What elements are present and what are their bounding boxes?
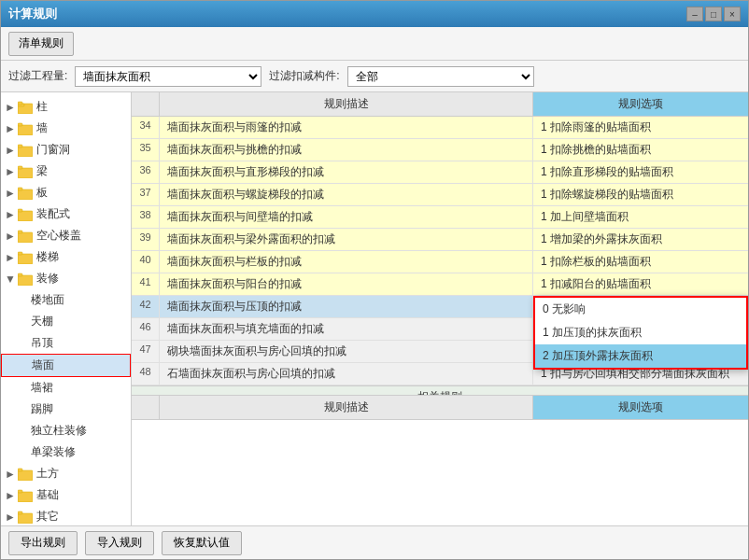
sidebar-label-mcd: 门窗洞	[36, 142, 70, 158]
restore-default-button[interactable]: 恢复默认值	[162, 531, 242, 555]
td-num-42: 42	[132, 296, 160, 317]
table-row[interactable]: 39 墙面抹灰面积与梁外露面积的扣减 1 增加梁的外露抹灰面积	[132, 229, 748, 251]
svg-rect-21	[18, 492, 33, 502]
sidebar-label-dlzx: 单梁装修	[31, 444, 76, 460]
td-option-37: 1 扣除螺旋梯段的贴墙面积	[533, 184, 748, 205]
td-desc-47: 砌块墙面抹灰面积与房心回填的扣减	[160, 341, 533, 362]
maximize-button[interactable]: □	[705, 7, 722, 21]
related-rules-bar: 相关规则	[132, 385, 748, 395]
svg-rect-7	[18, 168, 33, 178]
sidebar-item-zhuangpeishi[interactable]: ► 装配式	[1, 203, 131, 225]
svg-rect-19	[18, 470, 33, 481]
sidebar-item-ban[interactable]: ► 板	[1, 182, 131, 203]
sidebar-item-danliangzx[interactable]: 单梁装修	[1, 441, 131, 463]
sidebar-item-kongxinlougai[interactable]: ► 空心楼盖	[1, 225, 131, 246]
table-row[interactable]: 37 墙面抹灰面积与螺旋梯段的扣减 1 扣除螺旋梯段的贴墙面积	[132, 184, 748, 206]
folder-icon-zps	[18, 208, 33, 221]
lower-th-num	[132, 396, 160, 419]
sidebar-label-jc: 基础	[36, 487, 59, 503]
export-rule-button[interactable]: 导出规则	[8, 531, 78, 555]
sidebar-item-liang[interactable]: ► 梁	[1, 161, 131, 182]
td-num-48: 48	[132, 363, 160, 385]
folder-icon-zhu	[18, 101, 33, 114]
td-desc-39: 墙面抹灰面积与梁外露面积的扣减	[160, 229, 533, 250]
sidebar-item-louti[interactable]: ► 楼梯	[1, 246, 131, 268]
expand-icon-zhu: ►	[5, 101, 16, 114]
td-num-35: 35	[132, 139, 160, 161]
sidebar-item-dulizhu[interactable]: 独立柱装修	[1, 420, 131, 441]
td-desc-35: 墙面抹灰面积与挑檐的扣减	[160, 139, 533, 161]
sidebar-item-zhu[interactable]: ► 柱	[1, 96, 131, 118]
filter-deduct-select[interactable]: 全部	[347, 66, 534, 87]
minimize-button[interactable]: –	[686, 7, 703, 21]
sidebar-item-tianpeng[interactable]: 天棚	[1, 311, 131, 332]
sidebar-item-tufang[interactable]: ► 土方	[1, 463, 131, 484]
folder-icon-liang	[18, 165, 33, 178]
sidebar-label-tj: 踢脚	[31, 401, 53, 417]
lower-panel: 规则描述 规则选项	[132, 395, 748, 525]
td-num-41: 41	[132, 273, 160, 295]
filter-project-select[interactable]: 墙面抹灰面积	[75, 66, 261, 87]
sidebar-label-qm: 墙面	[32, 357, 54, 373]
table-body: 34 墙面抹灰面积与雨篷的扣减 1 扣除雨篷的贴墙面积 35 墙面抹灰面积与挑檐…	[132, 117, 748, 395]
td-desc-40: 墙面抹灰面积与栏板的扣减	[160, 251, 533, 273]
lower-th-option: 规则选项	[533, 396, 748, 419]
td-desc-42: 墙面抹灰面积与压顶的扣减	[160, 296, 533, 317]
svg-rect-2	[18, 102, 22, 105]
table-row[interactable]: 36 墙面抹灰面积与直形梯段的扣减 1 扣除直形梯段的贴墙面积	[132, 161, 748, 184]
import-rule-button[interactable]: 导入规则	[85, 531, 154, 555]
filter-project-label: 过滤工程量:	[8, 68, 67, 84]
dropdown-option-0[interactable]: 0 无影响	[535, 298, 746, 321]
svg-rect-9	[18, 189, 33, 200]
sidebar-item-menchuangdong[interactable]: ► 门窗洞	[1, 139, 131, 161]
dropdown-option-1[interactable]: 1 加压顶的抹灰面积	[535, 321, 746, 344]
sidebar-label-qt: 其它	[36, 509, 59, 525]
folder-icon-zx	[18, 273, 33, 286]
svg-rect-8	[18, 166, 22, 169]
sidebar-item-qita[interactable]: ► 其它	[1, 506, 131, 525]
expand-icon-liang: ►	[5, 165, 16, 178]
sidebar-item-qiangqun[interactable]: 墙裙	[1, 377, 131, 399]
toolbar: 清单规则	[1, 27, 748, 61]
filter-deduct-label: 过滤扣减构件:	[269, 68, 339, 84]
folder-icon-lt	[18, 251, 33, 264]
expand-icon-jc: ►	[5, 489, 16, 502]
sidebar-item-zhuangxiu[interactable]: ▼ 装修	[1, 268, 131, 289]
expand-icon-qiang: ►	[5, 122, 16, 135]
main-content: ► 柱 ► 墙 ► 门窗洞 ► 梁	[1, 92, 748, 525]
close-button[interactable]: ×	[724, 7, 741, 21]
table-row-42[interactable]: 42 墙面抹灰面积与压顶的扣减 2 加压顶外露抹灰面积 ▼ 0 无影响 1 加压…	[132, 296, 748, 318]
svg-rect-20	[18, 469, 22, 471]
table-row[interactable]: 38 墙面抹灰面积与间壁墙的扣减 1 加上间壁墙面积	[132, 206, 748, 229]
folder-icon-ban	[18, 187, 33, 200]
sidebar-item-tijiao[interactable]: 踢脚	[1, 399, 131, 420]
right-panel: 规则描述 规则选项 34 墙面抹灰面积与雨篷的扣减 1 扣除雨篷的贴墙面积 35…	[132, 92, 748, 525]
sidebar-label-liang: 梁	[36, 163, 48, 179]
svg-rect-12	[18, 209, 22, 212]
td-desc-38: 墙面抹灰面积与间壁墙的扣减	[160, 206, 533, 228]
table-row[interactable]: 41 墙面抹灰面积与阳台的扣减 1 扣减阳台的贴墙面积	[132, 273, 748, 296]
table-row[interactable]: 40 墙面抹灰面积与栏板的扣减 1 扣除栏板的贴墙面积	[132, 251, 748, 273]
bottom-bar: 导出规则 导入规则 恢复默认值	[1, 525, 748, 559]
td-num-38: 38	[132, 206, 160, 228]
table-row[interactable]: 35 墙面抹灰面积与挑檐的扣减 1 扣除挑檐的贴墙面积	[132, 139, 748, 161]
clear-rule-button[interactable]: 清单规则	[8, 32, 74, 56]
td-option-36: 1 扣除直形梯段的贴墙面积	[533, 161, 748, 183]
svg-rect-14	[18, 231, 22, 233]
window-controls: – □ ×	[686, 7, 741, 21]
sidebar-item-jichu[interactable]: ► 基础	[1, 484, 131, 506]
table-row[interactable]: 34 墙面抹灰面积与雨篷的扣减 1 扣除雨篷的贴墙面积	[132, 117, 748, 139]
sidebar-label-tf: 土方	[36, 466, 59, 482]
sidebar-item-qiangmian[interactable]: 墙面	[1, 354, 131, 377]
svg-rect-16	[18, 252, 22, 255]
sidebar-item-qiang[interactable]: ► 墙	[1, 118, 131, 139]
main-window: 计算规则 – □ × 清单规则 过滤工程量: 墙面抹灰面积 过滤扣减构件: 全部…	[0, 0, 749, 560]
td-option-39: 1 增加梁的外露抹灰面积	[533, 229, 748, 250]
sidebar-item-diaoding[interactable]: 吊顶	[1, 332, 131, 354]
td-option-35: 1 扣除挑檐的贴墙面积	[533, 139, 748, 161]
dropdown-option-2[interactable]: 2 加压顶外露抹灰面积	[535, 344, 746, 368]
td-num-39: 39	[132, 229, 160, 250]
sidebar-label-zps: 装配式	[36, 206, 70, 222]
folder-icon-tf	[18, 468, 33, 481]
sidebar-item-loudimian[interactable]: 楼地面	[1, 289, 131, 311]
